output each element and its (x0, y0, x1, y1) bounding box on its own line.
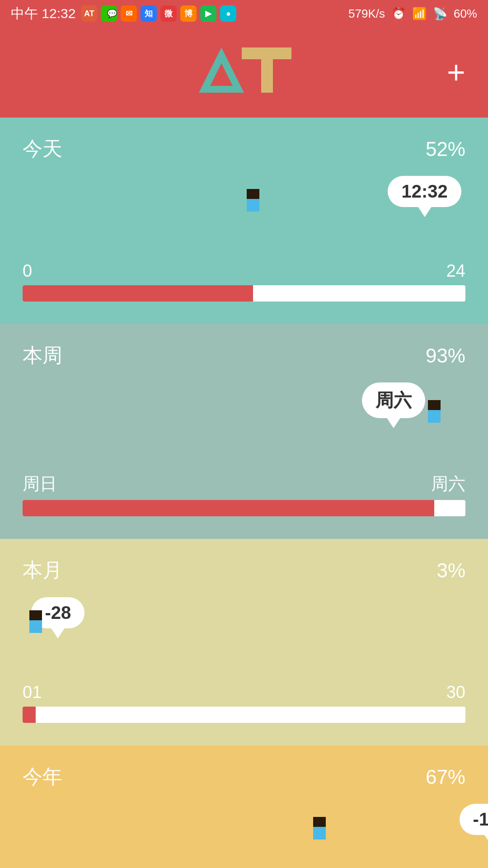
today-progress-area: 0 24 (23, 216, 465, 302)
year-tooltip-wrap: -120 (23, 804, 465, 835)
section-month: 本月 3% -28 01 30 (0, 539, 488, 745)
signal-icon: 📡 (433, 7, 447, 21)
pixel-head (29, 610, 42, 620)
today-bar-track (23, 285, 465, 302)
app-header: + (0, 27, 488, 118)
year-percent: 67% (426, 766, 465, 788)
week-header: 本周 93% (23, 342, 465, 369)
today-title: 今天 (23, 136, 62, 162)
month-percent: 3% (436, 559, 465, 582)
wifi-icon: 📶 (412, 7, 427, 21)
today-bar-fill (23, 285, 253, 302)
network-speed: 579K/s (348, 7, 385, 21)
month-start: 01 (23, 683, 42, 702)
app-icon-weibo2: 博 (180, 5, 197, 22)
year-title: 今年 (23, 764, 62, 790)
status-bar: 中午 12:32 AT 💬 ✉ 知 微 博 ▶ ● 579K/s ⏰ 📶 📡 6… (0, 0, 488, 27)
app-icon-at: AT (81, 5, 97, 22)
week-tooltip-wrap: 周六 (23, 382, 465, 418)
today-end: 24 (446, 261, 465, 281)
today-char-area (23, 216, 465, 261)
app-icon-wechat: 💬 (101, 5, 117, 22)
pixel-body (428, 410, 441, 423)
month-char-area (23, 637, 465, 683)
today-tooltip-offset: 12:32 (388, 176, 461, 207)
month-end: 30 (446, 683, 465, 702)
today-start: 0 (23, 261, 32, 281)
week-end: 周六 (431, 472, 465, 495)
year-pixel-char (313, 817, 326, 840)
month-tooltip-wrap: -28 (23, 597, 465, 628)
week-start: 周日 (23, 472, 57, 495)
month-progress-area: 01 30 (23, 637, 465, 723)
pixel-head (313, 817, 326, 827)
section-today: 今天 52% 12:32 0 24 (0, 118, 488, 324)
today-bar-labels: 0 24 (23, 261, 465, 281)
pixel-head (428, 400, 441, 410)
week-bar-fill (23, 500, 434, 516)
week-progress-area: 周日 周六 (23, 427, 465, 516)
month-header: 本月 3% (23, 557, 465, 584)
status-icons: AT 💬 ✉ 知 微 博 ▶ ● (81, 5, 236, 22)
pixel-body (29, 620, 42, 633)
alarm-icon: ⏰ (391, 7, 406, 21)
status-left: 中午 12:32 AT 💬 ✉ 知 微 博 ▶ ● (11, 5, 236, 23)
week-pixel-char (428, 400, 441, 423)
logo-svg (194, 43, 294, 102)
month-title: 本月 (23, 557, 62, 584)
svg-point-1 (104, 13, 107, 15)
month-bar-track (23, 707, 465, 723)
app-icon-msg: ✉ (121, 5, 137, 22)
app-icon-circle: ● (220, 5, 236, 22)
section-year: 今年 67% -120 1月 12月 (0, 745, 488, 868)
week-tooltip: 周六 (362, 382, 425, 418)
week-tooltip-offset: 周六 (362, 382, 425, 418)
status-time: 中午 12:32 (11, 5, 75, 23)
week-bar-labels: 周日 周六 (23, 472, 465, 495)
week-char-area (23, 427, 465, 472)
app-icon-play: ▶ (200, 5, 216, 22)
section-week: 本周 93% 周六 周日 周六 (0, 324, 488, 539)
today-tooltip: 12:32 (388, 176, 461, 207)
svg-rect-4 (242, 47, 291, 59)
year-header: 今年 67% (23, 764, 465, 790)
week-bar-track (23, 500, 465, 516)
app-icon-weibo: 微 (160, 5, 177, 22)
month-bar-fill (23, 707, 36, 723)
year-progress-area: 1月 12月 (23, 844, 465, 868)
pixel-head (247, 189, 259, 199)
today-percent: 52% (426, 138, 465, 160)
month-pixel-char (29, 610, 42, 633)
today-pixel-char (247, 189, 259, 212)
today-tooltip-wrap: 12:32 (23, 176, 465, 207)
month-bar-labels: 01 30 (23, 683, 465, 702)
status-right: 579K/s ⏰ 📶 📡 60% (348, 7, 477, 21)
battery: 60% (454, 7, 477, 21)
year-tooltip-offset: -120 (460, 804, 488, 835)
svg-rect-5 (261, 59, 273, 93)
app-icon-zhi: 知 (141, 5, 157, 22)
week-title: 本周 (23, 342, 62, 369)
week-percent: 93% (426, 344, 465, 367)
add-button[interactable]: + (447, 57, 465, 88)
year-char-area (23, 844, 465, 868)
year-tooltip: -120 (460, 804, 488, 835)
today-header: 今天 52% (23, 136, 465, 162)
pixel-body (313, 827, 326, 840)
pixel-body (247, 199, 259, 212)
app-logo (194, 43, 294, 102)
